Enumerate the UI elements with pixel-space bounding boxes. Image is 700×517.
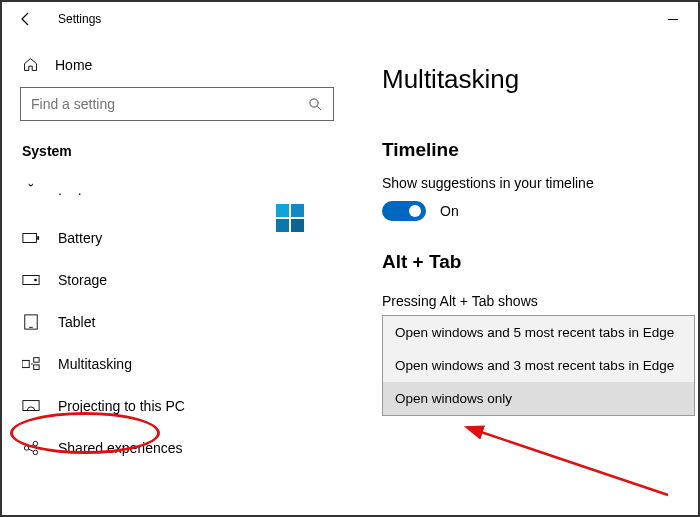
alttab-dropdown[interactable]: Open windows and 5 most recent tabs in E… <box>382 315 695 416</box>
home-label: Home <box>55 57 92 73</box>
projecting-icon <box>22 399 40 413</box>
home-link[interactable]: Home <box>20 50 334 87</box>
windows-logo-icon <box>276 204 304 232</box>
sidebar-item-shared[interactable]: Shared experiences <box>20 427 334 469</box>
timeline-heading: Timeline <box>382 139 698 161</box>
sidebar-item-projecting[interactable]: Projecting to this PC <box>20 385 334 427</box>
titlebar: Settings ─ <box>2 2 698 36</box>
sidebar-item-label: Projecting to this PC <box>58 398 185 414</box>
minimize-button[interactable]: ─ <box>660 11 686 27</box>
sidebar-item-label: Shared experiences <box>58 440 183 456</box>
svg-line-17 <box>28 449 33 452</box>
svg-rect-3 <box>37 236 39 240</box>
svg-point-13 <box>24 446 28 450</box>
sidebar-item-label: Battery <box>58 230 102 246</box>
search-input-container[interactable] <box>20 87 334 121</box>
svg-rect-18 <box>276 204 289 217</box>
sidebar-item-label: Storage <box>58 272 107 288</box>
sidebar: Home System ˘ . . Battery Storage Tablet <box>2 36 352 515</box>
ellipsis-icon: ˘ <box>22 181 40 199</box>
alttab-label: Pressing Alt + Tab shows <box>382 293 698 309</box>
svg-point-14 <box>33 441 37 445</box>
category-label: System <box>20 143 334 159</box>
sidebar-item-label: Tablet <box>58 314 95 330</box>
sidebar-item-multitasking[interactable]: Multitasking <box>20 343 334 385</box>
svg-line-16 <box>28 444 33 447</box>
svg-line-1 <box>317 106 320 109</box>
shared-icon <box>23 440 39 456</box>
svg-rect-11 <box>34 365 39 370</box>
sidebar-item-storage[interactable]: Storage <box>20 259 334 301</box>
home-icon <box>22 56 39 73</box>
back-arrow-icon <box>18 11 34 27</box>
tablet-icon <box>23 314 39 330</box>
search-icon <box>308 97 323 112</box>
timeline-setting-label: Show suggestions in your timeline <box>382 175 698 191</box>
alttab-heading: Alt + Tab <box>382 251 698 273</box>
back-button[interactable] <box>14 7 38 31</box>
svg-point-15 <box>33 450 37 454</box>
dropdown-option-selected[interactable]: Open windows only <box>383 382 694 415</box>
multitasking-icon <box>22 357 40 371</box>
svg-rect-20 <box>276 219 289 232</box>
svg-rect-10 <box>34 358 39 363</box>
svg-rect-12 <box>23 401 39 411</box>
sidebar-item-tablet[interactable]: Tablet <box>20 301 334 343</box>
svg-point-5 <box>34 279 37 282</box>
svg-rect-2 <box>23 234 37 243</box>
storage-icon <box>22 274 40 286</box>
main-panel: Multitasking Timeline Show suggestions i… <box>352 36 698 515</box>
dropdown-option[interactable]: Open windows and 5 most recent tabs in E… <box>383 316 694 349</box>
svg-rect-8 <box>22 360 29 367</box>
sidebar-item-label: Multitasking <box>58 356 132 372</box>
dropdown-option[interactable]: Open windows and 3 most recent tabs in E… <box>383 349 694 382</box>
search-input[interactable] <box>31 96 308 112</box>
toggle-state-label: On <box>440 203 459 219</box>
timeline-toggle[interactable] <box>382 201 426 221</box>
svg-rect-19 <box>291 204 304 217</box>
window-title: Settings <box>58 12 101 26</box>
svg-point-0 <box>310 98 318 106</box>
battery-icon <box>22 232 40 244</box>
page-title: Multitasking <box>382 64 698 95</box>
svg-rect-21 <box>291 219 304 232</box>
